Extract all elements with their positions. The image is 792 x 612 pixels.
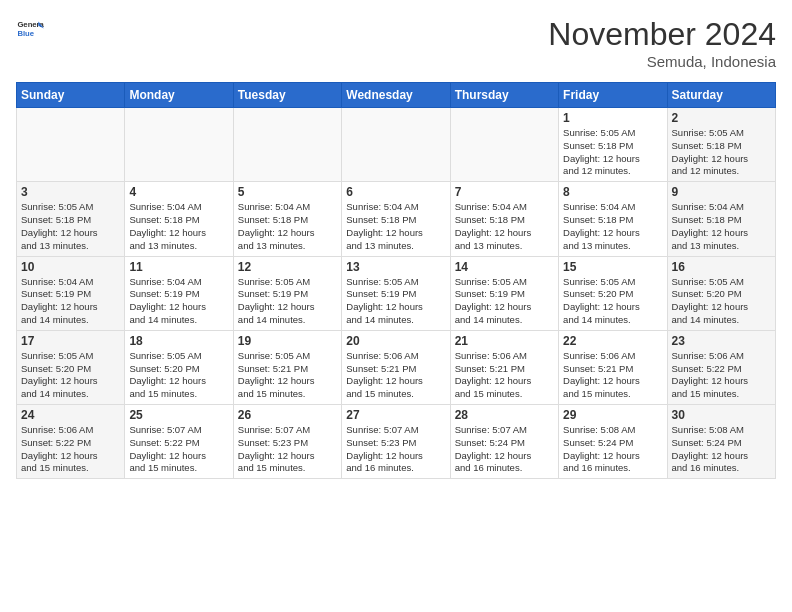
table-row: 21Sunrise: 5:06 AM Sunset: 5:21 PM Dayli… [450,330,558,404]
calendar-week-row: 24Sunrise: 5:06 AM Sunset: 5:22 PM Dayli… [17,405,776,479]
logo-icon: General Blue [16,16,44,44]
logo: General Blue [16,16,44,44]
table-row: 27Sunrise: 5:07 AM Sunset: 5:23 PM Dayli… [342,405,450,479]
table-row: 28Sunrise: 5:07 AM Sunset: 5:24 PM Dayli… [450,405,558,479]
day-info: Sunrise: 5:04 AM Sunset: 5:18 PM Dayligh… [346,201,445,252]
table-row: 16Sunrise: 5:05 AM Sunset: 5:20 PM Dayli… [667,256,775,330]
table-row: 23Sunrise: 5:06 AM Sunset: 5:22 PM Dayli… [667,330,775,404]
day-number: 5 [238,185,337,199]
day-number: 18 [129,334,228,348]
day-number: 10 [21,260,120,274]
day-number: 16 [672,260,771,274]
day-number: 1 [563,111,662,125]
day-info: Sunrise: 5:04 AM Sunset: 5:19 PM Dayligh… [129,276,228,327]
day-info: Sunrise: 5:08 AM Sunset: 5:24 PM Dayligh… [672,424,771,475]
table-row: 13Sunrise: 5:05 AM Sunset: 5:19 PM Dayli… [342,256,450,330]
table-row: 29Sunrise: 5:08 AM Sunset: 5:24 PM Dayli… [559,405,667,479]
day-info: Sunrise: 5:05 AM Sunset: 5:20 PM Dayligh… [672,276,771,327]
table-row [342,108,450,182]
table-row [125,108,233,182]
table-row: 17Sunrise: 5:05 AM Sunset: 5:20 PM Dayli… [17,330,125,404]
col-tuesday: Tuesday [233,83,341,108]
day-number: 19 [238,334,337,348]
day-number: 24 [21,408,120,422]
col-sunday: Sunday [17,83,125,108]
day-number: 12 [238,260,337,274]
table-row: 2Sunrise: 5:05 AM Sunset: 5:18 PM Daylig… [667,108,775,182]
day-number: 30 [672,408,771,422]
day-info: Sunrise: 5:04 AM Sunset: 5:18 PM Dayligh… [238,201,337,252]
day-number: 14 [455,260,554,274]
col-wednesday: Wednesday [342,83,450,108]
day-number: 11 [129,260,228,274]
day-number: 6 [346,185,445,199]
day-info: Sunrise: 5:04 AM Sunset: 5:19 PM Dayligh… [21,276,120,327]
day-number: 28 [455,408,554,422]
day-number: 3 [21,185,120,199]
table-row [17,108,125,182]
svg-text:Blue: Blue [17,29,34,38]
table-row: 12Sunrise: 5:05 AM Sunset: 5:19 PM Dayli… [233,256,341,330]
location-subtitle: Semuda, Indonesia [548,53,776,70]
table-row: 30Sunrise: 5:08 AM Sunset: 5:24 PM Dayli… [667,405,775,479]
day-number: 26 [238,408,337,422]
day-number: 23 [672,334,771,348]
day-info: Sunrise: 5:05 AM Sunset: 5:20 PM Dayligh… [129,350,228,401]
calendar-week-row: 17Sunrise: 5:05 AM Sunset: 5:20 PM Dayli… [17,330,776,404]
day-info: Sunrise: 5:07 AM Sunset: 5:23 PM Dayligh… [346,424,445,475]
day-info: Sunrise: 5:04 AM Sunset: 5:18 PM Dayligh… [563,201,662,252]
table-row: 4Sunrise: 5:04 AM Sunset: 5:18 PM Daylig… [125,182,233,256]
day-number: 21 [455,334,554,348]
table-row: 22Sunrise: 5:06 AM Sunset: 5:21 PM Dayli… [559,330,667,404]
day-info: Sunrise: 5:08 AM Sunset: 5:24 PM Dayligh… [563,424,662,475]
day-info: Sunrise: 5:05 AM Sunset: 5:20 PM Dayligh… [563,276,662,327]
table-row: 5Sunrise: 5:04 AM Sunset: 5:18 PM Daylig… [233,182,341,256]
day-info: Sunrise: 5:04 AM Sunset: 5:18 PM Dayligh… [129,201,228,252]
table-row: 1Sunrise: 5:05 AM Sunset: 5:18 PM Daylig… [559,108,667,182]
calendar-header-row: Sunday Monday Tuesday Wednesday Thursday… [17,83,776,108]
day-number: 29 [563,408,662,422]
day-number: 9 [672,185,771,199]
table-row: 7Sunrise: 5:04 AM Sunset: 5:18 PM Daylig… [450,182,558,256]
day-number: 20 [346,334,445,348]
table-row: 24Sunrise: 5:06 AM Sunset: 5:22 PM Dayli… [17,405,125,479]
table-row: 10Sunrise: 5:04 AM Sunset: 5:19 PM Dayli… [17,256,125,330]
day-info: Sunrise: 5:05 AM Sunset: 5:18 PM Dayligh… [563,127,662,178]
day-number: 15 [563,260,662,274]
page-header: General Blue November 2024 Semuda, Indon… [16,16,776,70]
day-info: Sunrise: 5:07 AM Sunset: 5:22 PM Dayligh… [129,424,228,475]
col-thursday: Thursday [450,83,558,108]
table-row: 6Sunrise: 5:04 AM Sunset: 5:18 PM Daylig… [342,182,450,256]
title-area: November 2024 Semuda, Indonesia [548,16,776,70]
day-info: Sunrise: 5:05 AM Sunset: 5:20 PM Dayligh… [21,350,120,401]
col-saturday: Saturday [667,83,775,108]
col-monday: Monday [125,83,233,108]
calendar-week-row: 10Sunrise: 5:04 AM Sunset: 5:19 PM Dayli… [17,256,776,330]
calendar-table: Sunday Monday Tuesday Wednesday Thursday… [16,82,776,479]
day-number: 7 [455,185,554,199]
table-row: 14Sunrise: 5:05 AM Sunset: 5:19 PM Dayli… [450,256,558,330]
table-row: 25Sunrise: 5:07 AM Sunset: 5:22 PM Dayli… [125,405,233,479]
day-number: 25 [129,408,228,422]
day-number: 4 [129,185,228,199]
day-info: Sunrise: 5:05 AM Sunset: 5:19 PM Dayligh… [346,276,445,327]
col-friday: Friday [559,83,667,108]
day-number: 8 [563,185,662,199]
day-info: Sunrise: 5:04 AM Sunset: 5:18 PM Dayligh… [455,201,554,252]
day-info: Sunrise: 5:06 AM Sunset: 5:22 PM Dayligh… [672,350,771,401]
day-info: Sunrise: 5:06 AM Sunset: 5:21 PM Dayligh… [455,350,554,401]
table-row: 11Sunrise: 5:04 AM Sunset: 5:19 PM Dayli… [125,256,233,330]
table-row: 26Sunrise: 5:07 AM Sunset: 5:23 PM Dayli… [233,405,341,479]
day-number: 17 [21,334,120,348]
calendar-week-row: 3Sunrise: 5:05 AM Sunset: 5:18 PM Daylig… [17,182,776,256]
table-row: 8Sunrise: 5:04 AM Sunset: 5:18 PM Daylig… [559,182,667,256]
day-info: Sunrise: 5:05 AM Sunset: 5:19 PM Dayligh… [238,276,337,327]
day-number: 22 [563,334,662,348]
day-info: Sunrise: 5:05 AM Sunset: 5:21 PM Dayligh… [238,350,337,401]
table-row: 3Sunrise: 5:05 AM Sunset: 5:18 PM Daylig… [17,182,125,256]
day-number: 27 [346,408,445,422]
table-row [233,108,341,182]
table-row: 20Sunrise: 5:06 AM Sunset: 5:21 PM Dayli… [342,330,450,404]
day-info: Sunrise: 5:04 AM Sunset: 5:18 PM Dayligh… [672,201,771,252]
day-info: Sunrise: 5:06 AM Sunset: 5:22 PM Dayligh… [21,424,120,475]
